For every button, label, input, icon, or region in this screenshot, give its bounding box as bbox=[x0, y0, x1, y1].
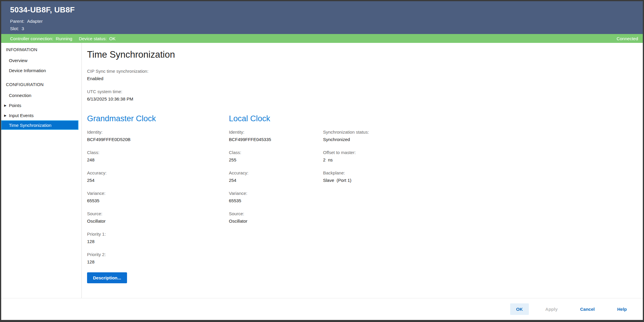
lc-accuracy-label: Accuracy: bbox=[229, 170, 323, 176]
page-title: Time Synchronization bbox=[87, 49, 643, 61]
backplane-value: Slave (Port 1) bbox=[323, 177, 643, 183]
lc-variance-value: 65535 bbox=[229, 198, 323, 204]
sync-status-value: Synchronized bbox=[323, 137, 643, 143]
gm-accuracy-label: Accuracy: bbox=[87, 170, 229, 176]
sidebar-item-label: Connection bbox=[9, 93, 31, 98]
sidebar-item-input-events[interactable]: ▶ Input Events bbox=[1, 110, 81, 120]
clock-columns: Grandmaster Clock Identity: BCF499FFFE0D… bbox=[87, 109, 643, 283]
offset-to-master-field: Offset to master: 2 ns bbox=[323, 150, 643, 163]
expand-arrow-icon[interactable]: ▶ bbox=[4, 104, 7, 107]
sidebar-group-configuration: CONFIGURATION Connection ▶ Points ▶ Inpu… bbox=[1, 81, 81, 130]
category-sidebar: INFORMATION Overview Device Information … bbox=[1, 43, 82, 298]
cip-sync-label: CIP Sync time synchronization: bbox=[87, 68, 643, 74]
utc-system-time-label: UTC system time: bbox=[87, 89, 643, 95]
connection-state-badge: Connected bbox=[616, 36, 638, 41]
lc-variance-field: Variance: 65535 bbox=[229, 190, 323, 204]
offset-to-master-value: 2 ns bbox=[323, 157, 643, 163]
gm-accuracy-value: 254 bbox=[87, 177, 229, 183]
sidebar-item-label: Device Information bbox=[9, 68, 46, 73]
gm-source-field: Source: Oscillator bbox=[87, 211, 229, 224]
local-clock-heading: Local Clock bbox=[229, 114, 323, 123]
gm-class-label: Class: bbox=[87, 150, 229, 156]
window-body: INFORMATION Overview Device Information … bbox=[1, 43, 643, 298]
sync-status-section: Synchronization status: Synchronized Off… bbox=[323, 109, 643, 283]
utc-system-time-value: 6/13/2025 10:36:38 PM bbox=[87, 96, 643, 102]
sidebar-item-points[interactable]: ▶ Points bbox=[1, 100, 81, 110]
dialog-footer: OK Apply Cancel Help bbox=[1, 298, 643, 320]
sidebar-item-label: Points bbox=[9, 103, 21, 108]
sidebar-item-device-information[interactable]: Device Information bbox=[1, 65, 81, 75]
gm-class-field: Class: 248 bbox=[87, 150, 229, 163]
gm-identity-value: BCF499FFFE0D520B bbox=[87, 137, 229, 143]
grandmaster-clock-heading: Grandmaster Clock bbox=[87, 114, 229, 123]
connection-status-bar: Controller connection: Running Device st… bbox=[1, 34, 643, 43]
gm-variance-field: Variance: 65535 bbox=[87, 190, 229, 204]
slot-value: 3 bbox=[22, 26, 24, 31]
sidebar-group-label-information: INFORMATION bbox=[1, 46, 81, 53]
device-properties-window: 5034-UB8F, UB8F Parent:Adapter Slot:3 Co… bbox=[0, 0, 644, 322]
gm-source-value: Oscillator bbox=[87, 218, 229, 224]
lc-source-value: Oscillator bbox=[229, 218, 323, 224]
cip-sync-value: Enabled bbox=[87, 76, 643, 82]
gm-accuracy-field: Accuracy: 254 bbox=[87, 170, 229, 183]
sidebar-item-connection[interactable]: Connection bbox=[1, 90, 81, 100]
sidebar-item-label: Overview bbox=[9, 58, 28, 63]
slot-label: Slot: bbox=[10, 26, 19, 31]
parent-value: Adapter bbox=[27, 19, 43, 24]
sync-status-label: Synchronization status: bbox=[323, 129, 643, 135]
local-clock-section: Local Clock Identity: BCF499FFFE045335 C… bbox=[229, 109, 323, 283]
lc-accuracy-value: 254 bbox=[229, 177, 323, 183]
gm-identity-label: Identity: bbox=[87, 129, 229, 135]
gm-priority2-label: Priority 2: bbox=[87, 252, 229, 258]
lc-class-field: Class: 255 bbox=[229, 150, 323, 163]
gm-priority1-field: Priority 1: 128 bbox=[87, 231, 229, 245]
grandmaster-clock-section: Grandmaster Clock Identity: BCF499FFFE0D… bbox=[87, 109, 229, 283]
lc-identity-field: Identity: BCF499FFFE045335 bbox=[229, 129, 323, 143]
sync-status-field: Synchronization status: Synchronized bbox=[323, 129, 643, 143]
device-header: 5034-UB8F, UB8F Parent:Adapter Slot:3 bbox=[1, 1, 643, 34]
description-button[interactable]: Description... bbox=[87, 272, 127, 283]
ok-button[interactable]: OK bbox=[510, 303, 529, 315]
lc-source-label: Source: bbox=[229, 211, 323, 217]
sidebar-item-label: Time Synchronization bbox=[9, 123, 52, 128]
time-synchronization-page: Time Synchronization CIP Sync time synch… bbox=[82, 43, 643, 298]
sidebar-group-label-configuration: CONFIGURATION bbox=[1, 81, 81, 88]
gm-variance-label: Variance: bbox=[87, 190, 229, 196]
cancel-button[interactable]: Cancel bbox=[574, 303, 600, 315]
help-button[interactable]: Help bbox=[611, 303, 633, 315]
backplane-field: Backplane: Slave (Port 1) bbox=[323, 170, 643, 183]
backplane-label: Backplane: bbox=[323, 170, 643, 176]
sidebar-group-information: INFORMATION Overview Device Information bbox=[1, 46, 81, 75]
gm-class-value: 248 bbox=[87, 157, 229, 163]
lc-class-value: 255 bbox=[229, 157, 323, 163]
lc-accuracy-field: Accuracy: 254 bbox=[229, 170, 323, 183]
lc-class-label: Class: bbox=[229, 150, 323, 156]
gm-priority2-value: 128 bbox=[87, 259, 229, 265]
offset-to-master-label: Offset to master: bbox=[323, 150, 643, 156]
device-parent-row: Parent:Adapter bbox=[10, 17, 643, 25]
lc-identity-label: Identity: bbox=[229, 129, 323, 135]
gm-variance-value: 65535 bbox=[87, 198, 229, 204]
device-status: Device status: OK bbox=[79, 36, 115, 41]
expand-arrow-icon[interactable]: ▶ bbox=[4, 114, 7, 117]
gm-source-label: Source: bbox=[87, 211, 229, 217]
lc-variance-label: Variance: bbox=[229, 190, 323, 196]
gm-identity-field: Identity: BCF499FFFE0D520B bbox=[87, 129, 229, 143]
sidebar-item-time-synchronization[interactable]: Time Synchronization bbox=[1, 120, 78, 130]
sidebar-item-overview[interactable]: Overview bbox=[1, 55, 81, 65]
controller-connection-status: Controller connection: Running bbox=[10, 36, 72, 41]
sidebar-item-label: Input Events bbox=[9, 113, 33, 118]
parent-label: Parent: bbox=[10, 19, 24, 24]
lc-source-field: Source: Oscillator bbox=[229, 211, 323, 224]
device-slot-row: Slot:3 bbox=[10, 25, 643, 32]
utc-system-time-field: UTC system time: 6/13/2025 10:36:38 PM bbox=[87, 89, 643, 102]
device-title: 5034-UB8F, UB8F bbox=[10, 5, 643, 14]
gm-priority1-value: 128 bbox=[87, 239, 229, 245]
cip-sync-field: CIP Sync time synchronization: Enabled bbox=[87, 68, 643, 82]
apply-button[interactable]: Apply bbox=[539, 303, 564, 315]
gm-priority2-field: Priority 2: 128 bbox=[87, 252, 229, 265]
gm-priority1-label: Priority 1: bbox=[87, 231, 229, 237]
lc-identity-value: BCF499FFFE045335 bbox=[229, 137, 323, 143]
